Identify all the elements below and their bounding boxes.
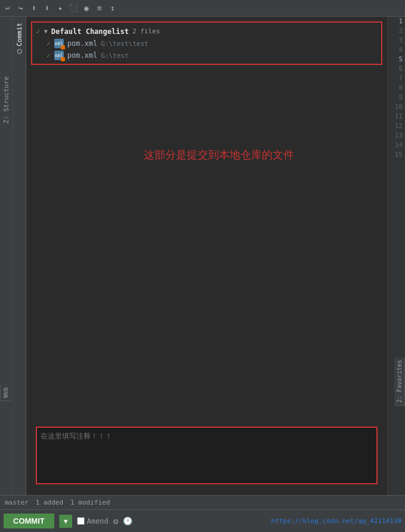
status-bar: master 1 added 1 modified [0,495,405,509]
circle-icon[interactable]: ◉ [81,3,92,14]
comment-wrapper [31,422,382,489]
line-3: 3 [388,36,403,45]
line-6: 6 [388,64,403,74]
menu-icon[interactable]: ≡ [94,3,105,14]
annotation-text: 这部分是提交到本地仓库的文件 [74,148,363,162]
changelist-section: ✓ ▼ Default Changelist 2 files ✓ xml pom… [31,21,382,65]
file1-check-icon: ✓ [47,40,51,48]
file1-path: G:\test\test [101,40,148,48]
star-icon[interactable]: ✦ [55,3,66,14]
modified-label: 1 modified [70,499,110,506]
square-icon[interactable]: ⬛ [68,3,79,14]
line-14: 14 [388,141,403,150]
center-content: ✓ ▼ Default Changelist 2 files ✓ xml pom… [26,17,387,495]
changelist-check-icon: ✓ [36,27,41,36]
line-2: 2 [388,26,403,36]
download-icon[interactable]: ⬇ [42,3,52,14]
structure-tab[interactable]: Z: Structure [2,76,10,123]
commit-dropdown-button[interactable]: ▼ [59,515,72,528]
amend-label[interactable]: Amend [77,517,109,525]
file1-icon: xml [54,39,64,48]
line-13: 13 [388,131,403,141]
commit-button[interactable]: COMMIT [4,514,54,528]
changelist-header[interactable]: ✓ ▼ Default Changelist 2 files [35,25,379,38]
line-8: 8 [388,83,403,93]
commit-tab[interactable]: ⬡ Commit [14,19,24,58]
amend-checkbox[interactable] [77,517,85,525]
redo-icon[interactable]: ↪ [16,3,26,14]
file2-icon: xml [54,51,64,60]
commit-tab-label: Commit [16,23,23,46]
comment-textarea[interactable] [37,428,376,481]
commit-tab-icon: ⬡ [16,48,23,55]
sort-icon[interactable]: ↕ [107,3,118,14]
toolbar: ↩ ↪ ⬆ ⬇ ✦ ⬛ ◉ ≡ ↕ [0,0,405,17]
branch-label: master [5,499,29,506]
file2-check-icon: ✓ [47,52,51,60]
line-15: 15 [388,150,403,160]
added-label: 1 added [36,499,63,506]
changelist-file-1[interactable]: ✓ xml pom.xml G:\test\test [35,38,379,49]
comment-section [36,427,378,484]
line-9: 9 [388,93,403,102]
line-12: 12 [388,122,403,131]
favorites-tab[interactable]: 2: Favorites [394,357,405,406]
undo-icon[interactable]: ↩ [2,3,13,14]
line-numbers: 1 2 3 4 5 6 7 8 9 10 11 12 13 14 15 [387,17,405,495]
amend-text: Amend [87,517,109,525]
clock-icon[interactable]: 🕐 [123,517,132,525]
changelist-chevron-icon: ▼ [44,28,48,35]
commit-url[interactable]: https://blog.csdn.net/qq_42114130 [271,517,401,525]
changelist-count: 2 files [132,27,160,35]
settings-icon[interactable]: ⚙ [113,517,118,526]
line-4: 4 [388,45,403,55]
far-left-tabs: Z: Structure [0,17,13,495]
changelist-file-2[interactable]: ✓ xml pom.xml G:\test [35,49,379,61]
file2-path: G:\test [101,52,128,60]
changelist-title: Default Changelist [51,27,129,36]
line-10: 10 [388,102,403,112]
file2-name: pom.xml [67,51,98,60]
commit-bar: COMMIT ▼ Amend ⚙ 🕐 https://blog.csdn.net… [0,509,405,532]
file1-name: pom.xml [67,39,98,48]
left-tab: ⬡ Commit [13,17,26,495]
line-5: 5 [388,55,403,64]
web-tab[interactable]: Web [0,385,11,401]
line-11: 11 [388,112,403,122]
main-area: Z: Structure ⬡ Commit ✓ ▼ Default Change… [0,17,405,495]
line-1: 1 [388,17,403,26]
upload-icon[interactable]: ⬆ [29,3,39,14]
line-7: 7 [388,74,403,83]
